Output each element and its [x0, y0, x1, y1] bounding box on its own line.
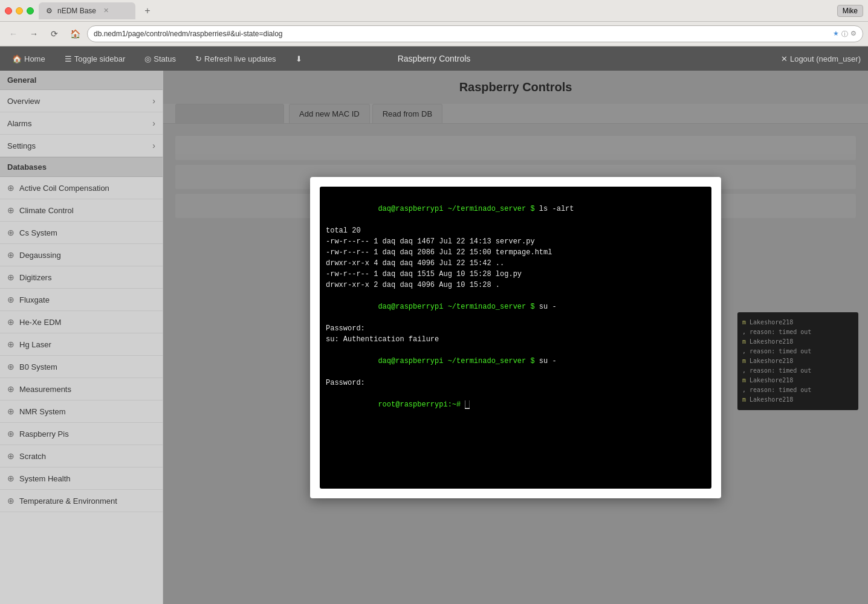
app-layout: General Overview › Alarms › Settings › D… [0, 71, 868, 604]
plus-icon: ⊕ [7, 205, 15, 215]
sidebar-item-label: Digitizers [19, 273, 51, 282]
app-title: Raspberry Controls [398, 54, 471, 63]
general-section-header: General [0, 71, 163, 90]
url-text: db.nedm1/page/control/nedm/raspberries#&… [94, 30, 283, 38]
dialog-overlay[interactable]: daq@raspberrypi ~/terminado_server $ ls … [163, 71, 868, 604]
sidebar-item-label: Degaussing [19, 251, 61, 260]
terminal-line: drwxr-xr-x 4 daq daq 4096 Jul 22 15:42 .… [326, 258, 705, 269]
logout-button[interactable]: ✕ Logout (nedm_user) [781, 54, 861, 63]
terminal-line: daq@raspberrypi ~/terminado_server $ ls … [326, 193, 705, 225]
plus-icon: ⊕ [7, 451, 15, 461]
sidebar-item-he-xe-edm[interactable]: ⊕ He-Xe EDM [0, 311, 163, 333]
reload-button[interactable]: ⟳ [46, 25, 63, 42]
status-icon: ◎ [144, 54, 151, 63]
terminal[interactable]: daq@raspberrypi ~/terminado_server $ ls … [320, 187, 711, 489]
terminal-line: Password: [326, 378, 705, 388]
sidebar-item-hg-laser[interactable]: ⊕ Hg Laser [0, 333, 163, 356]
terminal-line: Password: [326, 323, 705, 334]
sidebar-item-label: Cs System [19, 228, 57, 237]
sidebar-item-system-health[interactable]: ⊕ System Health [0, 467, 163, 490]
plus-icon: ⊕ [7, 384, 15, 394]
download-nav-item[interactable]: ⬇ [291, 52, 307, 66]
chevron-right-icon: › [152, 96, 155, 106]
menu-icon: ☰ [65, 54, 72, 63]
sidebar-item-fluxgate[interactable]: ⊕ Fluxgate [0, 289, 163, 311]
sidebar-item-label: He-Xe EDM [19, 318, 61, 327]
plus-icon: ⊕ [7, 295, 15, 304]
refresh-label: Refresh live updates [204, 54, 276, 63]
terminal-line: total 20 [326, 225, 705, 236]
address-bar-icons: ★ ⓘ ⚙ [833, 30, 857, 39]
address-bar[interactable]: db.nedm1/page/control/nedm/raspberries#&… [87, 25, 863, 42]
sidebar-item-label: B0 System [19, 362, 57, 371]
sidebar-item-label: Hg Laser [19, 340, 51, 349]
sidebar-item-scratch[interactable]: ⊕ Scratch [0, 445, 163, 467]
minimize-button[interactable] [16, 7, 23, 14]
sidebar-item-measurements[interactable]: ⊕ Measurements [0, 378, 163, 400]
sidebar-item-degaussing[interactable]: ⊕ Degaussing [0, 244, 163, 266]
browser-toolbar: ← → ⟳ 🏠 db.nedm1/page/control/nedm/raspb… [0, 22, 868, 46]
forward-button[interactable]: → [25, 25, 42, 42]
plus-icon: ⊕ [7, 362, 15, 371]
toggle-sidebar-label: Toggle sidebar [74, 54, 126, 63]
sidebar-item-overview[interactable]: Overview › [0, 90, 163, 112]
refresh-icon: ↻ [195, 54, 202, 63]
chevron-right-icon: › [152, 118, 155, 128]
chevron-right-icon: › [152, 141, 155, 150]
sidebar-item-settings[interactable]: Settings › [0, 135, 163, 157]
refresh-nav-item[interactable]: ↻ Refresh live updates [190, 52, 281, 66]
user-button[interactable]: Mike [837, 5, 863, 17]
sidebar-item-cs-system[interactable]: ⊕ Cs System [0, 222, 163, 244]
plus-icon: ⊕ [7, 183, 15, 193]
info-icon[interactable]: ⓘ [841, 30, 848, 39]
sidebar-item-nmr-system[interactable]: ⊕ NMR System [0, 400, 163, 423]
sidebar-item-label: Settings [7, 141, 36, 150]
plus-icon: ⊕ [7, 317, 15, 327]
sidebar-item-alarms[interactable]: Alarms › [0, 112, 163, 135]
terminal-line: daq@raspberrypi ~/terminado_server $ su … [326, 291, 705, 323]
sidebar-item-label: Overview [7, 97, 40, 106]
home-nav-item[interactable]: 🏠 Home [7, 52, 50, 66]
plus-icon: ⊕ [7, 474, 15, 483]
terminal-line: drwxr-xr-x 2 daq daq 4096 Aug 10 15:28 . [326, 280, 705, 291]
sidebar-item-label: Raspberry Pis [19, 429, 69, 439]
home-icon: 🏠 [12, 54, 22, 63]
browser-titlebar: ⚙ nEDM Base ✕ + Mike [0, 0, 868, 22]
new-tab-button[interactable]: + [140, 4, 155, 18]
terminal-line: root@raspberrypi:~# █ [326, 388, 705, 421]
tab-title: nEDM Base [57, 7, 96, 15]
sidebar-item-label: Climate Control [19, 206, 74, 215]
back-button[interactable]: ← [5, 25, 22, 42]
sidebar-item-label: Scratch [19, 452, 46, 461]
bookmark-icon[interactable]: ★ [833, 30, 839, 39]
sidebar-item-temperature[interactable]: ⊕ Temperature & Environment [0, 490, 163, 512]
sidebar-item-b0-system[interactable]: ⊕ B0 System [0, 356, 163, 378]
tab-close-button[interactable]: ✕ [103, 7, 109, 14]
plus-icon: ⊕ [7, 429, 15, 439]
sidebar-item-climate[interactable]: ⊕ Climate Control [0, 199, 163, 222]
tab-favicon: ⚙ [46, 7, 53, 15]
toggle-sidebar-nav-item[interactable]: ☰ Toggle sidebar [60, 52, 131, 66]
sidebar-item-raspberry-pis[interactable]: ⊕ Raspberry Pis [0, 423, 163, 445]
maximize-button[interactable] [27, 7, 34, 14]
main-content: Raspberry Controls Add new MAC ID Read f… [163, 71, 868, 604]
settings-icon[interactable]: ⚙ [850, 30, 857, 39]
sidebar-item-active-coil[interactable]: ⊕ Active Coil Compensation [0, 177, 163, 199]
close-button[interactable] [5, 7, 12, 14]
sidebar-item-digitizers[interactable]: ⊕ Digitizers [0, 266, 163, 289]
terminal-dialog: daq@raspberrypi ~/terminado_server $ ls … [310, 177, 721, 498]
sidebar: General Overview › Alarms › Settings › D… [0, 71, 163, 604]
status-nav-item[interactable]: ◎ Status [140, 52, 181, 66]
browser-tab[interactable]: ⚙ nEDM Base ✕ [39, 2, 135, 19]
home-button[interactable]: 🏠 [66, 25, 83, 42]
sidebar-item-label: Temperature & Environment [19, 496, 117, 506]
sidebar-item-label: Alarms [7, 119, 31, 128]
home-label: Home [24, 54, 45, 63]
plus-icon: ⊕ [7, 272, 15, 282]
sidebar-item-label: Active Coil Compensation [19, 184, 109, 193]
terminal-line: -rw-r--r-- 1 daq daq 1467 Jul 22 14:13 s… [326, 236, 705, 247]
download-icon: ⬇ [296, 54, 302, 63]
databases-section-header: Databases [0, 157, 163, 177]
status-label: Status [154, 54, 176, 63]
browser-user: Mike [837, 5, 863, 17]
